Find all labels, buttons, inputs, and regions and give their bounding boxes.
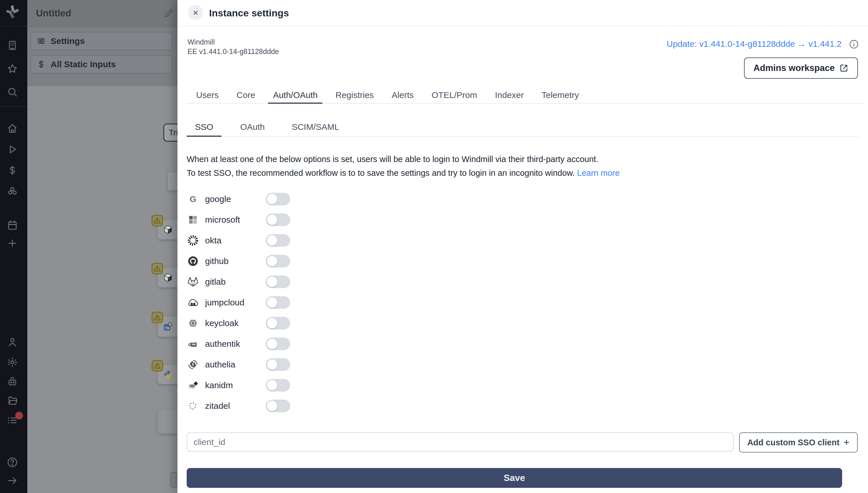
- auth-subtabs: SSOOAuthSCIM/SAML: [187, 119, 859, 137]
- warning-icon: [152, 215, 163, 227]
- python-icon: [163, 369, 173, 380]
- subtab-scim-saml[interactable]: SCIM/SAML: [283, 119, 347, 137]
- save-button[interactable]: Save: [187, 468, 842, 488]
- okta-toggle[interactable]: [266, 234, 290, 247]
- flow-node-card[interactable]: [168, 172, 178, 191]
- toggle-knob: [267, 297, 277, 308]
- flow-node-card[interactable]: [158, 410, 178, 433]
- update-link[interactable]: Update: v1.441.0-14-g81128ddde → v1.441.…: [667, 38, 842, 50]
- tab-auth-oauth[interactable]: Auth/OAuth: [268, 88, 322, 104]
- user-icon[interactable]: [7, 337, 18, 348]
- tab-users[interactable]: Users: [191, 88, 223, 104]
- client-id-input[interactable]: [187, 432, 734, 452]
- external-link-icon: [839, 64, 848, 73]
- github-toggle[interactable]: [266, 255, 290, 267]
- tab-otel-prom[interactable]: OTEL/Prom: [427, 88, 482, 104]
- edit-title-pencil-icon[interactable]: [164, 8, 174, 18]
- tab-telemetry[interactable]: Telemetry: [537, 88, 584, 104]
- toggle-knob: [267, 194, 277, 204]
- authentik-label: authentik: [205, 339, 240, 349]
- arrow-right-icon[interactable]: [7, 475, 18, 486]
- sso-provider-row: keycloak: [187, 313, 503, 334]
- okta-label: okta: [205, 236, 221, 245]
- windmill-app: Untitled Settings All Static Inputs Trig…: [0, 0, 868, 493]
- microsoft-icon: [187, 213, 199, 226]
- search-icon[interactable]: [7, 86, 18, 98]
- tab-registries[interactable]: Registries: [330, 88, 379, 104]
- flow-menu: Settings All Static Inputs: [27, 27, 178, 86]
- sidebar-divider: [0, 106, 27, 107]
- dollar-icon: [36, 60, 46, 69]
- svg-text:$_: $_: [168, 230, 171, 232]
- calendar-icon[interactable]: [7, 219, 18, 231]
- microsoft-label: microsoft: [205, 215, 240, 225]
- sso-provider-row: authelia: [187, 354, 503, 375]
- github-icon: [187, 255, 199, 267]
- toggle-knob: [267, 380, 277, 390]
- sso-description: When at least one of the below options i…: [187, 152, 620, 180]
- learn-more-link[interactable]: Learn more: [577, 168, 620, 177]
- windmill-logo-icon: [4, 3, 21, 20]
- help-icon[interactable]: [7, 456, 18, 468]
- subtab-oauth[interactable]: OAuth: [232, 119, 273, 137]
- settings-tabs: UsersCoreAuth/OAuthRegistriesAlertsOTEL/…: [187, 88, 863, 104]
- zitadel-icon: [187, 400, 199, 412]
- warning-icon: [152, 312, 163, 323]
- add-custom-sso-label: Add custom SSO client: [747, 438, 840, 447]
- ts-bun-icon: TS: [163, 321, 173, 332]
- flow-settings-button[interactable]: Settings: [31, 32, 173, 50]
- keycloak-label: keycloak: [205, 318, 239, 328]
- tab-alerts[interactable]: Alerts: [387, 88, 419, 104]
- google-icon: G: [187, 193, 199, 206]
- edition-version: EE v1.441.0-14-g81128ddde: [187, 47, 279, 56]
- sso-provider-row: okta: [187, 230, 503, 251]
- jumpcloud-toggle[interactable]: [266, 296, 290, 309]
- microsoft-toggle[interactable]: [266, 213, 290, 226]
- zitadel-toggle[interactable]: [266, 400, 290, 412]
- flow-trigger-button[interactable]: Trigg: [163, 124, 178, 142]
- authelia-label: authelia: [205, 360, 235, 369]
- toggle-knob: [267, 318, 277, 328]
- close-icon[interactable]: ×: [188, 5, 203, 20]
- dollar-icon[interactable]: [7, 165, 18, 176]
- authentik-toggle[interactable]: [266, 338, 290, 350]
- plus-icon: +: [844, 437, 850, 448]
- collapse-flow-button[interactable]: [170, 472, 178, 488]
- jumpcloud-label: jumpcloud: [205, 298, 244, 307]
- authelia-toggle[interactable]: [266, 358, 290, 371]
- toggle-knob: [267, 359, 277, 370]
- plus-icon[interactable]: [7, 238, 18, 249]
- gear-icon[interactable]: [7, 357, 18, 368]
- toggle-knob: [267, 401, 277, 411]
- warning-icon: [152, 263, 163, 274]
- building-icon[interactable]: [7, 40, 18, 51]
- google-toggle[interactable]: [266, 193, 290, 206]
- tab-indexer[interactable]: Indexer: [490, 88, 529, 104]
- flow-header: Untitled: [27, 0, 178, 27]
- warning-icon: [152, 360, 163, 371]
- zitadel-label: zitadel: [205, 401, 230, 411]
- tab-core[interactable]: Core: [231, 88, 260, 104]
- authentik-icon: [187, 338, 199, 350]
- folder-icon[interactable]: [7, 395, 18, 407]
- gitlab-toggle[interactable]: [266, 276, 290, 288]
- info-icon[interactable]: [848, 39, 860, 50]
- all-static-inputs-button[interactable]: All Static Inputs: [31, 55, 173, 73]
- robot-icon[interactable]: [7, 376, 18, 387]
- admins-workspace-button[interactable]: Admins workspace: [744, 58, 858, 79]
- play-icon[interactable]: [7, 144, 18, 155]
- keycloak-toggle[interactable]: [266, 317, 290, 329]
- sliders-icon: [36, 36, 46, 46]
- svg-text:$_: $_: [168, 278, 171, 280]
- home-icon[interactable]: [7, 123, 18, 134]
- add-custom-sso-client-button[interactable]: Add custom SSO client +: [739, 432, 857, 452]
- sso-provider-row: zitadel: [187, 395, 503, 416]
- subtab-sso[interactable]: SSO: [187, 119, 221, 137]
- toggle-knob: [267, 235, 277, 245]
- cubes-icon[interactable]: [7, 186, 18, 197]
- star-icon[interactable]: [7, 63, 18, 74]
- app-name: Windmill: [187, 37, 279, 47]
- svg-text:G: G: [189, 194, 196, 204]
- kanidm-toggle[interactable]: [266, 379, 290, 391]
- sso-provider-row: gitlab: [187, 272, 503, 292]
